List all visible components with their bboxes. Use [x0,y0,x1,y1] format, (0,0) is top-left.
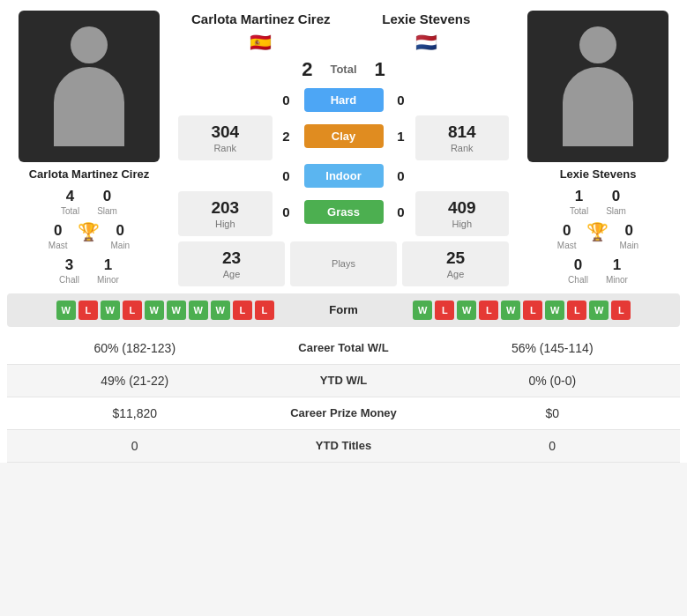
left-badge-8: L [233,301,252,320]
left-badge-2: W [101,301,120,320]
avatar-box [527,11,668,162]
left-trophy-icon: 🏆 [78,221,100,251]
court-indoor-button: Indoor [304,164,384,188]
stats-left-3: 0 [14,439,256,453]
left-player-col: Carlota Martinez Cirez4Total0Slam0Mast🏆0… [7,11,171,285]
left-main-label: Main [110,241,130,250]
right-total: 1Total [570,188,588,216]
court-indoor-right: 0 [392,168,410,183]
stats-right-1: 0% (0-0) [432,374,674,388]
right-badge-9: L [611,301,631,320]
left-stats-row1: 4Total0Slam [7,188,171,216]
total-left-score: 2 [302,58,312,81]
left-main-value: 0 [110,222,130,240]
right-high-panel-label: High [424,219,501,229]
court-clay-right: 1 [392,129,410,144]
stats-table: 60% (182-123)Career Total W/L56% (145-11… [7,332,680,463]
left-hdr-header-flag: 🇪🇸 [178,32,344,53]
right-form-badges: WLWLWLWLWL [375,301,670,320]
left-badge-6: W [189,301,208,320]
stats-right-0: 56% (145-114) [432,341,674,355]
right-rank-panel-value: 814 [424,122,501,142]
right-badge-3: L [479,301,498,320]
clay-with-panels: 304Rank2Clay1814Rank [178,115,509,160]
right-slam-value: 0 [606,188,626,205]
left-rank-panel-label: Rank [187,143,264,153]
right-main-value: 0 [619,222,638,240]
left-chall: 3Chall [59,256,79,285]
left-badge-4: W [145,301,164,320]
right-badge-7: L [567,301,586,320]
right-chall-label: Chall [568,275,588,285]
age-plays-row: 23AgePlays25Age [178,241,509,286]
left-slam-value: 0 [97,188,117,205]
left-mast-value: 0 [49,222,68,240]
left-trophy-row: 0Mast🏆0Main [7,221,171,251]
court-clay-left: 2 [278,129,295,144]
right-player-col: Lexie Stevens1Total0Slam0Mast🏆0Main0Chal… [516,11,680,285]
right-stats-row1: 1Total0Slam [516,188,680,216]
avatar-silhouette [54,26,124,146]
left-hdr-header-name: Carlota Martinez Cirez [178,11,344,28]
stats-label-1: YTD W/L [256,374,432,387]
court-grass-left: 0 [278,204,295,219]
stats-row-2: $11,820Career Prize Money$0 [7,397,680,430]
plays-panel-label: Plays [299,258,388,269]
top-section: Carlota Martinez Cirez4Total0Slam0Mast🏆0… [0,0,687,293]
court-indoor-row: 0Indoor0 [178,164,509,188]
court-grass-button: Grass [304,200,384,224]
right-chall-value: 0 [568,256,588,274]
court-indoor-left: 0 [278,168,295,183]
stats-right-2: $0 [432,406,674,420]
total-label: Total [330,63,356,76]
left-slam-label: Slam [97,206,117,216]
left-badge-7: W [211,301,230,320]
stats-label-2: Career Prize Money [256,406,432,419]
left-minor-label: Minor [97,275,119,285]
right-badge-4: W [501,301,520,320]
right-main-label: Main [619,241,638,250]
left-mast: 0Mast [49,222,68,250]
left-high-panel-label: High [187,219,264,229]
left-badge-9: L [255,301,274,320]
plays-panel: Plays [290,241,397,286]
left-rank-panel: 304Rank [178,115,273,160]
court-clay-button: Clay [304,124,384,148]
court-grass-right: 0 [392,204,410,219]
stats-label-0: Career Total W/L [256,341,432,354]
right-trophy-icon: 🏆 [586,221,609,251]
right-mast-value: 0 [557,222,577,240]
left-total-label: Total [61,206,79,216]
left-main: 0Main [110,222,130,250]
stats-left-1: 49% (21-22) [14,374,256,388]
stats-left-0: 60% (182-123) [14,341,256,355]
right-minor-label: Minor [606,275,628,285]
body-shape [563,67,633,146]
right-badge-1: L [435,301,454,320]
left-badge-0: W [56,301,76,320]
right-slam: 0Slam [606,188,626,216]
court-hard-row: 0Hard0 [178,88,509,112]
left-badge-3: L [123,301,142,320]
left-high-panel: 203High [178,191,273,236]
right-badge-0: W [413,301,432,320]
left-form-badges: WLWLWWWWLL [18,301,313,320]
left-hdr-header: Carlota Martinez Cirez🇪🇸 [178,11,344,53]
right-mast: 0Mast [557,222,577,250]
left-total: 4Total [61,188,79,216]
left-name: Carlota Martinez Cirez [29,167,150,181]
names-flags-row: Carlota Martinez Cirez🇪🇸Lexie Stevens🇳🇱 [178,11,509,53]
stats-right-3: 0 [432,439,674,453]
left-stats-row2: 3Chall1Minor [7,256,171,285]
right-slam-label: Slam [606,206,626,216]
total-row: 2Total1 [178,58,509,81]
stats-row-1: 49% (21-22)YTD W/L0% (0-0) [7,365,680,397]
total-right-score: 1 [375,58,385,81]
right-hdr-header-name: Lexie Stevens [344,11,510,28]
right-main: 0Main [619,222,638,250]
right-minor: 1Minor [606,256,628,285]
right-total-label: Total [570,206,588,216]
right-hdr-header-flag: 🇳🇱 [344,32,510,53]
right-mast-label: Mast [557,241,577,250]
right-high-panel: 409High [415,191,510,236]
